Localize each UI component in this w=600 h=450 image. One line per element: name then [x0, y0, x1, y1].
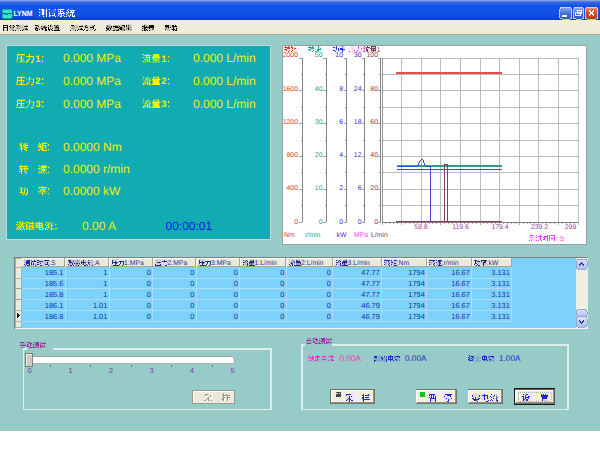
- svg-text:0: 0: [234, 290, 238, 299]
- svg-text:16.67: 16.67: [451, 301, 470, 310]
- svg-text:30: 30: [315, 119, 323, 126]
- svg-text:1200: 1200: [283, 119, 298, 126]
- svg-text:3.131: 3.131: [491, 301, 510, 310]
- svg-text:kW: kW: [337, 232, 347, 239]
- svg-text:L/min: L/min: [371, 232, 388, 239]
- svg-text:0.00A: 0.00A: [340, 354, 362, 363]
- svg-text:3.131: 3.131: [491, 279, 510, 288]
- svg-text:4: 4: [339, 152, 343, 159]
- svg-text:1: 1: [103, 279, 107, 288]
- svg-text:185.6: 185.6: [45, 279, 64, 288]
- svg-text:185.1: 185.1: [45, 268, 64, 277]
- svg-text:0: 0: [327, 312, 331, 321]
- svg-text:0.000 MPa: 0.000 MPa: [63, 74, 121, 88]
- svg-text:1.01: 1.01: [93, 301, 107, 310]
- svg-text:186.8: 186.8: [45, 312, 64, 321]
- svg-text:0: 0: [190, 312, 194, 321]
- svg-text:80: 80: [370, 86, 378, 93]
- svg-text:0: 0: [147, 301, 151, 310]
- svg-text:16.67: 16.67: [451, 290, 470, 299]
- svg-text:24: 24: [354, 86, 362, 93]
- svg-text:1: 1: [377, 47, 381, 54]
- svg-text:0: 0: [190, 301, 194, 310]
- svg-text:2000: 2000: [283, 52, 298, 59]
- svg-text:0: 0: [339, 219, 343, 226]
- svg-text:2: 2: [35, 75, 40, 86]
- svg-text:50: 50: [315, 52, 323, 59]
- svg-text:3:L/min: 3:L/min: [348, 260, 371, 267]
- svg-text:47.77: 47.77: [361, 290, 380, 299]
- svg-text:0: 0: [327, 301, 331, 310]
- svg-text:0.00 A: 0.00 A: [82, 219, 116, 233]
- svg-text:r/min: r/min: [305, 232, 320, 239]
- svg-text:0: 0: [280, 268, 284, 277]
- svg-text:3: 3: [161, 98, 166, 109]
- svg-text:0: 0: [280, 279, 284, 288]
- svg-text:0: 0: [190, 290, 194, 299]
- svg-text:185.8: 185.8: [45, 290, 64, 299]
- svg-text:LYNM: LYNM: [14, 9, 33, 18]
- svg-text:Nm: Nm: [284, 232, 295, 239]
- svg-text:1: 1: [35, 53, 40, 64]
- svg-text:0.00A: 0.00A: [405, 354, 427, 363]
- svg-text:6: 6: [339, 119, 343, 126]
- svg-text:10: 10: [335, 52, 343, 59]
- svg-text:0: 0: [234, 268, 238, 277]
- svg-text:0.0000 Nm: 0.0000 Nm: [63, 140, 122, 154]
- svg-text:1:L/min: 1:L/min: [255, 260, 278, 267]
- svg-text:0: 0: [327, 279, 331, 288]
- svg-text:1600: 1600: [283, 86, 298, 93]
- svg-text:400: 400: [287, 185, 299, 192]
- svg-text:4: 4: [190, 366, 194, 375]
- svg-text:1.00A: 1.00A: [499, 354, 521, 363]
- svg-text:40: 40: [370, 152, 378, 159]
- svg-text:2: 2: [339, 185, 343, 192]
- svg-text:12: 12: [354, 152, 362, 159]
- svg-text:1: 1: [68, 366, 72, 375]
- svg-text:0: 0: [147, 312, 151, 321]
- svg-text:1:MPa: 1:MPa: [124, 260, 144, 267]
- svg-text:3: 3: [150, 366, 154, 375]
- svg-text:47.77: 47.77: [361, 268, 380, 277]
- svg-text:: S: : S: [556, 236, 565, 243]
- svg-text:5: 5: [231, 366, 235, 375]
- svg-text:0.0000 r/min: 0.0000 r/min: [63, 162, 130, 176]
- svg-text:2:MPa: 2:MPa: [168, 260, 188, 267]
- svg-text:0: 0: [374, 219, 378, 226]
- svg-text:239.2: 239.2: [531, 224, 548, 231]
- svg-text:MPa: MPa: [354, 232, 368, 239]
- svg-text:0: 0: [327, 268, 331, 277]
- svg-text::A: :A: [93, 260, 100, 267]
- svg-text:0: 0: [147, 279, 151, 288]
- svg-text:00:00:01: 00:00:01: [166, 219, 213, 233]
- svg-text:0: 0: [147, 268, 151, 277]
- svg-text:0: 0: [190, 268, 194, 277]
- svg-text::r/min: :r/min: [442, 260, 459, 267]
- svg-text:2: 2: [109, 366, 113, 375]
- svg-text:3: 3: [35, 98, 40, 109]
- svg-text:3.131: 3.131: [491, 268, 510, 277]
- svg-text:800: 800: [287, 152, 299, 159]
- svg-text:1794: 1794: [408, 312, 424, 321]
- svg-text:6: 6: [358, 185, 362, 192]
- svg-text:18: 18: [354, 119, 362, 126]
- svg-text:30: 30: [354, 52, 362, 59]
- svg-text:0: 0: [147, 290, 151, 299]
- svg-text:0.000 L/min: 0.000 L/min: [193, 51, 256, 65]
- svg-text:0.000 MPa: 0.000 MPa: [63, 51, 121, 65]
- svg-text:1: 1: [161, 53, 166, 64]
- svg-text:0: 0: [280, 301, 284, 310]
- svg-text:59.8: 59.8: [414, 224, 428, 231]
- svg-text:0: 0: [327, 290, 331, 299]
- svg-text:46.79: 46.79: [361, 312, 380, 321]
- svg-text:0: 0: [280, 290, 284, 299]
- svg-text:2: 2: [161, 75, 166, 86]
- svg-text:0: 0: [358, 219, 362, 226]
- svg-text:1.01: 1.01: [93, 312, 107, 321]
- svg-text:0.000 L/min: 0.000 L/min: [193, 74, 256, 88]
- svg-text:1794: 1794: [408, 290, 424, 299]
- svg-text:60: 60: [370, 119, 378, 126]
- svg-text:1: 1: [103, 268, 107, 277]
- svg-text:20: 20: [315, 152, 323, 159]
- svg-text:46.79: 46.79: [361, 301, 380, 310]
